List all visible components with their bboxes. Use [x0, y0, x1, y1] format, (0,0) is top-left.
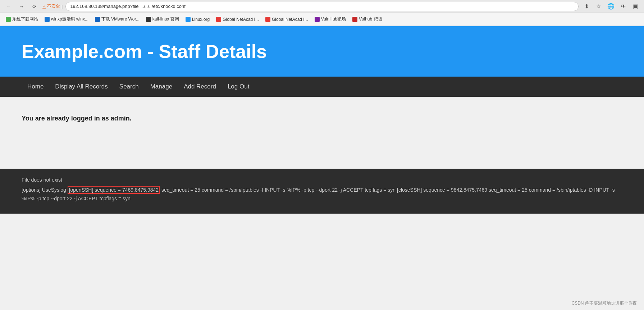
- warning-icon: △: [42, 4, 46, 9]
- bookmark-icon-7: [315, 17, 320, 22]
- bookmark-icon-4: [186, 17, 191, 22]
- nav-log-out[interactable]: Log Out: [222, 77, 255, 97]
- site-nav: Home Display All Records Search Manage A…: [0, 77, 644, 97]
- reload-button[interactable]: ⟳: [29, 1, 40, 12]
- nav-display-all-records[interactable]: Display All Records: [49, 77, 113, 97]
- logged-in-message: You are already logged in as admin.: [22, 115, 622, 122]
- forward-button[interactable]: →: [17, 1, 27, 12]
- browser-actions: ⬍ ☆ 🌐 ✈ ▣: [581, 1, 640, 12]
- footer-config-before: [options] UseSyslog: [22, 187, 68, 193]
- bookmark-button[interactable]: ☆: [594, 1, 604, 12]
- globe-button[interactable]: 🌐: [606, 1, 616, 12]
- bookmark-icon-3: [146, 17, 151, 22]
- url-text: 192.168.80.138/manage.php?file=../../../…: [70, 4, 186, 9]
- bookmark-5[interactable]: Global NetAcad I...: [213, 15, 262, 23]
- footer-file-error: File does not exist: [22, 176, 622, 184]
- bookmark-8[interactable]: Vulhub 靶场: [350, 15, 385, 24]
- bookmark-4[interactable]: Linux.org: [183, 15, 213, 23]
- nav-add-record[interactable]: Add Record: [178, 77, 222, 97]
- site-footer: File does not exist [options] UseSyslog …: [0, 169, 644, 214]
- extensions-button[interactable]: ✈: [618, 1, 628, 12]
- bookmark-2[interactable]: 下载 VMware Wor...: [92, 15, 142, 24]
- page-title: Example.com - Staff Details: [22, 41, 622, 62]
- bookmark-7[interactable]: VulnHub靶场: [312, 15, 349, 24]
- nav-manage[interactable]: Manage: [145, 77, 178, 97]
- back-button[interactable]: ←: [4, 1, 14, 12]
- bookmark-icon-0: [6, 17, 11, 22]
- share-button[interactable]: ⬍: [581, 1, 592, 12]
- browser-chrome: ← → ⟳ △ 不安全 | 192.168.80.138/manage.php?…: [0, 0, 644, 26]
- site-header: Example.com - Staff Details: [0, 26, 644, 77]
- csdn-watermark: CSDN @不要温顺地走进那个良夜: [571, 300, 637, 306]
- browser-titlebar: ← → ⟳ △ 不安全 | 192.168.80.138/manage.php?…: [0, 0, 644, 13]
- nav-home[interactable]: Home: [22, 77, 49, 97]
- site-main: You are already logged in as admin.: [0, 97, 644, 169]
- nav-search[interactable]: Search: [114, 77, 145, 97]
- bookmark-icon-2: [95, 17, 100, 22]
- bookmark-icon-1: [45, 17, 50, 22]
- profile-button[interactable]: ▣: [630, 1, 640, 12]
- security-label: 不安全: [47, 3, 60, 9]
- bookmark-icon-6: [265, 17, 270, 22]
- bookmarks-bar: 系统下载网站 winxp激活码 winx... 下载 VMware Wor...…: [0, 13, 644, 26]
- bookmark-1[interactable]: winxp激活码 winx...: [42, 15, 91, 24]
- footer-config: [options] UseSyslog [openSSH] sequence =…: [22, 186, 622, 203]
- bookmark-3[interactable]: kail-linux 官网: [143, 15, 182, 24]
- security-indicator: △ 不安全 |: [42, 3, 63, 9]
- url-bar[interactable]: 192.168.80.138/manage.php?file=../../../…: [65, 2, 579, 11]
- bookmark-0[interactable]: 系统下载网站: [3, 15, 41, 24]
- bookmark-6[interactable]: Global NetAcad I...: [262, 15, 311, 23]
- footer-config-highlight: [openSSH] sequence = 7469,8475,9842: [68, 186, 160, 194]
- bookmark-icon-8: [352, 17, 357, 22]
- bookmark-icon-5: [216, 17, 221, 22]
